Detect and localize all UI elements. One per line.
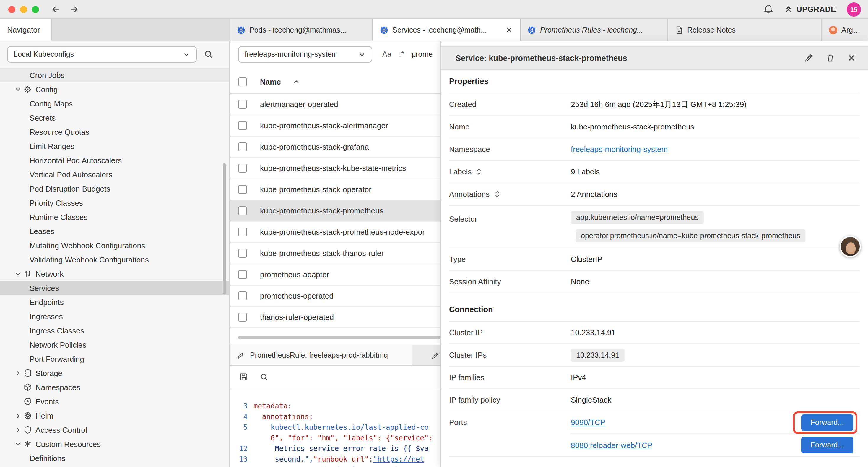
table-row[interactable]: kube-prometheus-stack-kube-state-metrics <box>230 158 440 179</box>
name-column-header[interactable]: Name <box>260 77 281 86</box>
chevron-down-icon[interactable] <box>14 440 23 448</box>
sidebar-scrollbar-thumb[interactable] <box>223 163 226 294</box>
horizontal-scrollbar-thumb[interactable] <box>238 336 440 339</box>
row-checkbox[interactable] <box>238 313 247 322</box>
sidebar-item-limit-ranges[interactable]: Limit Ranges <box>0 139 229 153</box>
row-value[interactable]: 2 Annotations <box>571 190 617 199</box>
port-link[interactable]: 8080:reloader-web/TCP <box>571 441 652 449</box>
delete-trash-icon[interactable] <box>826 53 835 63</box>
minimize-window-button[interactable] <box>20 6 27 13</box>
kubeconfig-selector[interactable]: Local Kubeconfigs <box>7 46 197 63</box>
save-icon[interactable] <box>239 372 248 381</box>
sidebar-item-network[interactable]: Network <box>0 267 229 281</box>
edit-pencil-icon[interactable] <box>804 53 814 63</box>
row-checkbox[interactable] <box>238 143 247 151</box>
row-checkbox[interactable] <box>238 185 247 194</box>
sidebar-item-endpoints[interactable]: Endpoints <box>0 295 229 309</box>
row-checkbox[interactable] <box>238 121 247 130</box>
sidebar-item-custom-resources[interactable]: Custom Resources <box>0 437 229 451</box>
sidebar-item-ingresses[interactable]: Ingresses <box>0 309 229 323</box>
tab-services[interactable]: Services - icecheng@math... <box>373 19 521 41</box>
expand-collapse-icon[interactable] <box>494 190 500 199</box>
sidebar-item-ingress-classes[interactable]: Ingress Classes <box>0 323 229 338</box>
chevron-right-icon[interactable] <box>14 412 23 419</box>
close-drawer-icon[interactable] <box>847 53 856 63</box>
chevron-right-icon[interactable] <box>14 369 23 377</box>
regex-toggle[interactable]: .* <box>399 50 404 59</box>
table-row[interactable]: kube-prometheus-stack-alertmanager <box>230 115 440 137</box>
sidebar-item-storage[interactable]: Storage <box>0 366 229 380</box>
match-case-toggle[interactable]: Aa <box>382 50 392 59</box>
sidebar-item-helm[interactable]: Helm <box>0 408 229 423</box>
search-input[interactable]: Aa .* prome <box>382 46 433 63</box>
search-icon[interactable] <box>260 373 268 381</box>
row-checkbox[interactable] <box>238 249 247 258</box>
row-checkbox[interactable] <box>238 291 247 300</box>
row-checkbox[interactable] <box>238 164 247 173</box>
namespace-link[interactable]: freeleaps-monitoring-system <box>571 145 668 154</box>
chevron-down-icon[interactable] <box>14 270 23 278</box>
chevron-down-icon[interactable] <box>14 85 23 93</box>
upgrade-button[interactable]: UPGRADE <box>784 5 836 13</box>
tab-prometheus-rules[interactable]: Prometheus Rules - icecheng... <box>521 19 668 41</box>
chevron-right-icon[interactable] <box>14 426 23 434</box>
close-window-button[interactable] <box>8 6 16 13</box>
table-row[interactable]: kube-prometheus-stack-prometheus-node-ex… <box>230 222 440 243</box>
sidebar-item-priority-classes[interactable]: Priority Classes <box>0 196 229 210</box>
table-row[interactable]: kube-prometheus-stack-grafana <box>230 137 440 158</box>
table-row[interactable]: kube-prometheus-stack-operator <box>230 179 440 200</box>
table-row[interactable]: alertmanager-operated <box>230 94 440 115</box>
table-row[interactable]: thanos-ruler-operated <box>230 307 440 328</box>
table-row[interactable]: prometheus-operated <box>230 286 440 307</box>
forward-icon[interactable] <box>69 4 79 14</box>
sidebar-item-horizontal-pod-autoscalers[interactable]: Horizontal Pod Autoscalers <box>0 153 229 167</box>
sort-ascending-icon[interactable] <box>293 78 301 85</box>
namespace-filter-dropdown[interactable]: freeleaps-monitoring-system <box>238 46 372 63</box>
sidebar-item-validating-webhook-configurations[interactable]: Validating Webhook Configurations <box>0 253 229 267</box>
sidebar-item-config-maps[interactable]: Config Maps <box>0 96 229 111</box>
tab-release-notes[interactable]: Release Notes <box>668 19 822 41</box>
sidebar-item-resource-quotas[interactable]: Resource Quotas <box>0 125 229 139</box>
sidebar-item-runtime-classes[interactable]: Runtime Classes <box>0 210 229 224</box>
sidebar-item-mutating-webhook-configurations[interactable]: Mutating Webhook Configurations <box>0 238 229 253</box>
sidebar-item-services[interactable]: Services <box>0 281 229 295</box>
table-row[interactable]: kube-prometheus-stack-thanos-ruler <box>230 243 440 264</box>
sidebar-item-network-policies[interactable]: Network Policies <box>0 338 229 352</box>
tab-argo[interactable]: Argo Se <box>822 19 868 41</box>
editor-tab-next[interactable] <box>412 345 440 365</box>
navigator-panel-tab[interactable]: Navigator <box>0 19 52 41</box>
sidebar-item-vertical-pod-autoscalers[interactable]: Vertical Pod Autoscalers <box>0 167 229 181</box>
close-tab-icon[interactable] <box>505 26 513 34</box>
row-value[interactable]: 9 Labels <box>571 167 600 176</box>
sidebar-item-config[interactable]: Config <box>0 82 229 96</box>
sidebar-item-definitions[interactable]: Definitions <box>0 451 229 465</box>
table-row-selected[interactable]: kube-prometheus-stack-prometheus <box>230 200 440 222</box>
row-checkbox[interactable] <box>238 206 247 215</box>
forward-button[interactable]: Forward... <box>801 414 853 431</box>
select-all-checkbox[interactable] <box>238 77 247 86</box>
sidebar-item-secrets[interactable]: Secrets <box>0 111 229 125</box>
maximize-window-button[interactable] <box>32 6 39 13</box>
row-checkbox[interactable] <box>238 228 247 236</box>
sidebar-item-events[interactable]: Events <box>0 394 229 408</box>
table-row[interactable]: prometheus-adapter <box>230 264 440 286</box>
sidebar-item-pod-disruption-budgets[interactable]: Pod Disruption Budgets <box>0 181 229 196</box>
sidebar-item-port-forwarding[interactable]: Port Forwarding <box>0 352 229 366</box>
sidebar-item-cron-jobs[interactable]: Cron Jobs <box>0 68 229 82</box>
editor-tab-prometheusrule[interactable]: PrometheusRule: freeleaps-prod-rabbitmq <box>230 345 412 365</box>
expand-collapse-icon[interactable] <box>476 167 483 176</box>
port-link[interactable]: 9090/TCP <box>571 418 606 427</box>
sidebar-item-leases[interactable]: Leases <box>0 224 229 238</box>
row-checkbox[interactable] <box>238 100 247 109</box>
sidebar-item-access-control[interactable]: Access Control <box>0 423 229 437</box>
notification-count-badge[interactable]: 15 <box>847 2 861 16</box>
tab-pods[interactable]: Pods - icecheng@mathmas... <box>230 19 373 41</box>
yaml-editor[interactable]: 3metadata: 4 annotations: 5 kubectl.kube… <box>230 388 440 467</box>
back-icon[interactable] <box>51 4 61 14</box>
search-icon[interactable] <box>204 50 213 59</box>
notifications-bell-icon[interactable] <box>764 4 773 14</box>
row-checkbox[interactable] <box>238 270 247 279</box>
sidebar-item-namespaces[interactable]: Namespaces <box>0 380 229 394</box>
avatar[interactable] <box>840 236 861 257</box>
forward-button[interactable]: Forward... <box>801 437 853 454</box>
